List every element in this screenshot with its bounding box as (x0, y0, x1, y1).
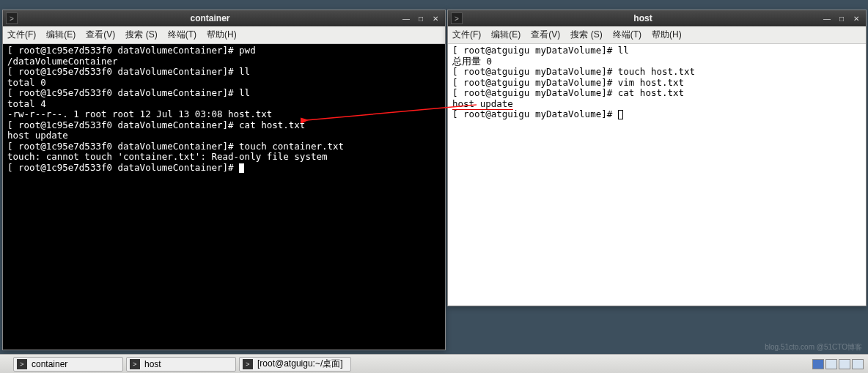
terminal-icon: > (130, 359, 140, 369)
taskbar-item-desktop[interactable]: > [root@atguigu:~/桌面] (239, 357, 351, 372)
terminal-icon: > (17, 359, 27, 369)
menu-edit[interactable]: 编辑(E) (491, 29, 521, 41)
close-button[interactable]: ✕ (429, 13, 442, 23)
terminal-icon: > (243, 359, 253, 369)
titlebar-host[interactable]: > host — □ ✕ (448, 10, 866, 26)
watermark: blog.51cto.com @51CTO博客 (765, 342, 862, 352)
menu-view[interactable]: 查看(V) (531, 29, 560, 41)
cursor (239, 163, 244, 173)
terminal-icon: > (451, 12, 463, 24)
terminal-host[interactable]: [ root@atguigu myDataVolume]# ll 总用量 0 [… (448, 44, 866, 306)
window-host: > host — □ ✕ 文件(F) 编辑(E) 查看(V) 搜索 (S) 终端… (447, 10, 867, 306)
menu-file[interactable]: 文件(F) (7, 29, 36, 41)
menubar-host: 文件(F) 编辑(E) 查看(V) 搜索 (S) 终端(T) 帮助(H) (448, 26, 866, 44)
maximize-button[interactable]: □ (414, 13, 427, 23)
menu-view[interactable]: 查看(V) (86, 29, 115, 41)
taskbar-label: container (32, 359, 67, 369)
terminal-container[interactable]: [ root@1c95e7d533f0 dataVolumeContainer]… (3, 44, 445, 350)
workspace-pager-4[interactable] (852, 359, 864, 369)
menu-file[interactable]: 文件(F) (452, 29, 481, 41)
menu-search[interactable]: 搜索 (S) (125, 29, 157, 41)
menu-help[interactable]: 帮助(H) (652, 29, 682, 41)
terminal-icon: > (6, 12, 18, 24)
menu-help[interactable]: 帮助(H) (207, 29, 237, 41)
titlebar-container[interactable]: > container — □ ✕ (3, 10, 445, 26)
menu-edit[interactable]: 编辑(E) (46, 29, 76, 41)
window-container: > container — □ ✕ 文件(F) 编辑(E) 查看(V) 搜索 (… (2, 10, 446, 350)
menu-terminal[interactable]: 终端(T) (168, 29, 196, 41)
minimize-button[interactable]: — (820, 13, 834, 23)
menubar-container: 文件(F) 编辑(E) 查看(V) 搜索 (S) 终端(T) 帮助(H) (3, 26, 445, 44)
highlighted-output: host update (452, 98, 513, 110)
workspace-pager-2[interactable] (825, 359, 837, 369)
taskbar-item-container[interactable]: > container (13, 357, 123, 372)
workspace-pager-3[interactable] (839, 359, 850, 369)
taskbar: > container > host > [root@atguigu:~/桌面] (0, 354, 868, 373)
maximize-button[interactable]: □ (835, 13, 848, 23)
cursor (618, 110, 623, 119)
taskbar-tray (812, 359, 864, 369)
close-button[interactable]: ✕ (850, 13, 863, 23)
taskbar-label: [root@atguigu:~/桌面] (257, 358, 343, 370)
menu-search[interactable]: 搜索 (S) (570, 29, 602, 41)
taskbar-label: host (144, 359, 161, 369)
menu-terminal[interactable]: 终端(T) (613, 29, 641, 41)
workspace-pager-1[interactable] (812, 359, 824, 369)
taskbar-item-host[interactable]: > host (126, 357, 236, 372)
window-title: host (467, 13, 819, 23)
window-title: container (22, 13, 398, 23)
minimize-button[interactable]: — (400, 13, 413, 23)
